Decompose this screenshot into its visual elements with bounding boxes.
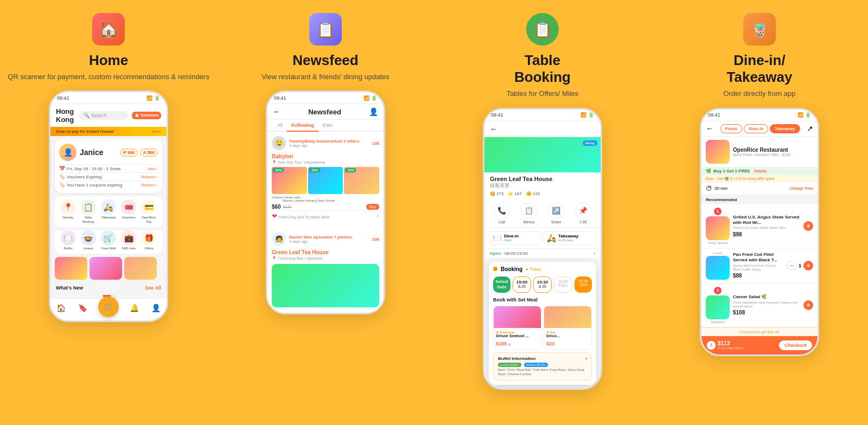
newsfeed-button[interactable]: 📋 Newsfeed: [132, 112, 161, 119]
meal-img-2: [544, 306, 591, 328]
profile-icon[interactable]: 👤: [369, 107, 378, 116]
nav-pay[interactable]: ⊡: [98, 302, 119, 317]
call-button[interactable]: 📞 Call: [489, 203, 515, 224]
category-grid-1: 📍 Nearby 📋 Table Booking 🛵 Takeaway 🎟️ V…: [55, 196, 162, 227]
offers-item[interactable]: 🎁 Offers: [140, 230, 158, 250]
redeem-action-1[interactable]: Redeem ›: [141, 175, 158, 179]
featured-img-2[interactable]: [90, 257, 122, 280]
item-desc-2: Alaska Wild Cod Fish, French Black Truff…: [733, 264, 783, 272]
coupon-row[interactable]: 🏷️ You have 2 coupons expiring Redeem ›: [59, 181, 158, 189]
nf-title: Newsfeed: [308, 108, 341, 116]
voucher-row[interactable]: 🏷️ Vouchers Expiring Redeem ›: [59, 172, 158, 181]
nearby-item[interactable]: 📍 Nearby: [59, 199, 77, 223]
promo-banner-dine[interactable]: 🌿 Buy 1 Get 1 FREE Details: [701, 167, 818, 175]
share-icon-dine[interactable]: ↗: [807, 124, 813, 133]
buy-button[interactable]: Buy: [366, 204, 379, 210]
buffet-arrow[interactable]: ›: [585, 356, 587, 361]
user-name: Janice: [80, 148, 117, 157]
menu-item-1: 1 Today Special Grilled U.S. Angus Steak…: [701, 204, 818, 248]
dot-inactive: [113, 295, 115, 297]
meal-card-2[interactable]: ★Exc Delux... $23: [544, 306, 592, 350]
checkout-button[interactable]: Checkout: [779, 340, 812, 350]
booking-info-row[interactable]: 📅 Fri, Sep 29 · 19:30 · 2 Seats View ›: [59, 164, 158, 172]
save-button[interactable]: 📌 1.6K: [570, 203, 596, 224]
banner-action[interactable]: View: [151, 129, 161, 134]
food-mall-item[interactable]: 🛒 Food Mall: [99, 230, 117, 250]
hotpot-item[interactable]: 🍲 Hotpot: [79, 230, 97, 250]
change-time-button[interactable]: Change Time: [789, 186, 813, 190]
add-item-1-button[interactable]: +: [803, 221, 813, 231]
tab-following[interactable]: Following: [287, 120, 318, 131]
decrease-item-2-button[interactable]: −: [787, 261, 796, 271]
vouchers-item[interactable]: 🎟️ Vouchers: [120, 199, 138, 223]
table-booking-item[interactable]: 📋 Table Booking: [79, 199, 97, 223]
dine-section: 🧋 Dine-in/Takeaway Order directly from a…: [651, 0, 868, 425]
meal-card-1[interactable]: ★Exclusive Deluxe Seafood ... $188 up: [493, 306, 541, 350]
dine-back-arrow[interactable]: ←: [706, 124, 713, 133]
dine-in-option[interactable]: 🍽️ Dine-in Open: [489, 231, 542, 245]
slot-1930[interactable]: 19:30 A 25: [533, 276, 552, 293]
see-all-link[interactable]: See All: [145, 285, 161, 291]
menu-items: 1 Today Special Grilled U.S. Angus Steak…: [701, 204, 818, 327]
post2-restaurant[interactable]: Green Leaf Tea House: [272, 249, 379, 255]
search-bar[interactable]: 🔍 Search: [79, 111, 129, 120]
select-date-slot[interactable]: SelectDate: [493, 276, 510, 293]
restaurant-hero: Hiring Green Leaf Tea House 綠葉茶屋 😋273 ⭐1…: [484, 137, 601, 199]
tab-photo[interactable]: Photo: [720, 124, 743, 133]
checkout-note: Checkout to get $20 off: [701, 327, 818, 336]
nav-bell[interactable]: 🔔: [129, 302, 141, 317]
view-action[interactable]: View ›: [148, 167, 158, 171]
tab-eats[interactable]: Eats: [318, 120, 337, 131]
increase-item-2-button[interactable]: +: [803, 261, 813, 271]
tab-dine-in[interactable]: Dine-in: [744, 124, 768, 133]
post2-avatar: 🧑: [272, 232, 286, 246]
tab-takeaway[interactable]: Takeaway: [770, 124, 800, 133]
dine-subtitle: Order directly from app: [724, 89, 796, 99]
bookmark-nav-icon: 🔖: [76, 302, 88, 314]
menus-button[interactable]: 📋 Menus: [516, 203, 542, 224]
banner-text: Scan to pay for instant reward: [56, 129, 113, 134]
nav-bookmark[interactable]: 🔖: [76, 302, 88, 317]
post1-restaurant[interactable]: Babylon: [272, 153, 379, 159]
timer-icon: ⏱: [706, 185, 712, 192]
meal-cards: ★Exclusive Deluxe Seafood ... $188 up ★E…: [493, 306, 592, 350]
nf-status-bar: 09:41 📶 🔋: [267, 92, 384, 104]
nav-profile[interactable]: 👤: [150, 302, 162, 317]
nav-home[interactable]: 🏠: [55, 302, 67, 317]
share-icon[interactable]: ↗: [376, 214, 379, 218]
dine-tabs: Photo Dine-in Takeaway: [720, 124, 800, 133]
tab-all[interactable]: All: [273, 120, 287, 131]
add-item-3-button[interactable]: +: [803, 300, 813, 310]
post2-user: Daniel Man uploaded 7 photos.: [289, 235, 369, 240]
home-status-bar: 09:41 📶 🔋: [50, 92, 167, 104]
slot-2030[interactable]: 20:30 -20%: [575, 276, 592, 293]
like-row: ❤ PeterChoy and 78 others liked ↗: [272, 210, 379, 222]
featured-img-3[interactable]: [124, 257, 157, 280]
takeaway-item[interactable]: 🛵 Takeaway: [99, 199, 117, 223]
food-names: Cheese lobster with... Boston Lobster Ka…: [272, 196, 379, 202]
fnb-jobs-item[interactable]: 💼 F&B Jobs: [120, 230, 138, 250]
promo-detail[interactable]: Details: [755, 169, 767, 173]
takeaway-option[interactable]: 🛵 Takeaway In 25 mins: [543, 231, 596, 245]
food-item-3: -50%: [344, 167, 379, 194]
dine-icon: 🧋: [743, 13, 776, 46]
slot-discount-label: -20%: [576, 283, 591, 287]
hours-arrow[interactable]: ›: [593, 251, 595, 256]
pay-button[interactable]: ⊡: [98, 297, 119, 317]
redeem-action-2[interactable]: Redeem ›: [141, 183, 158, 187]
cat-label-2: Lunch: [713, 252, 722, 255]
featured-img-1[interactable]: [55, 257, 87, 280]
slot-1900[interactable]: 19:00 A 25: [513, 276, 531, 293]
whats-new-header: What's New See All: [50, 283, 167, 293]
back-arrow[interactable]: ←: [490, 125, 497, 133]
item-desc-1: Prime U.S. Angus Saloin Steak 10oz: [733, 226, 800, 230]
buffet-item[interactable]: 🍽️ Buffet: [59, 230, 77, 250]
today-label: ● Today: [526, 267, 541, 272]
avatar: 👤: [59, 144, 76, 161]
openrice-pay-item[interactable]: 💳 OpenRice Pay: [140, 199, 158, 223]
menus-icon: 📋: [521, 203, 537, 219]
back-icon[interactable]: ←: [273, 107, 280, 116]
promo-banner[interactable]: Scan to pay for instant reward View: [50, 127, 167, 136]
share-button[interactable]: ↗️ Share: [543, 203, 569, 224]
takeaway-status: In 25 mins: [558, 239, 578, 242]
